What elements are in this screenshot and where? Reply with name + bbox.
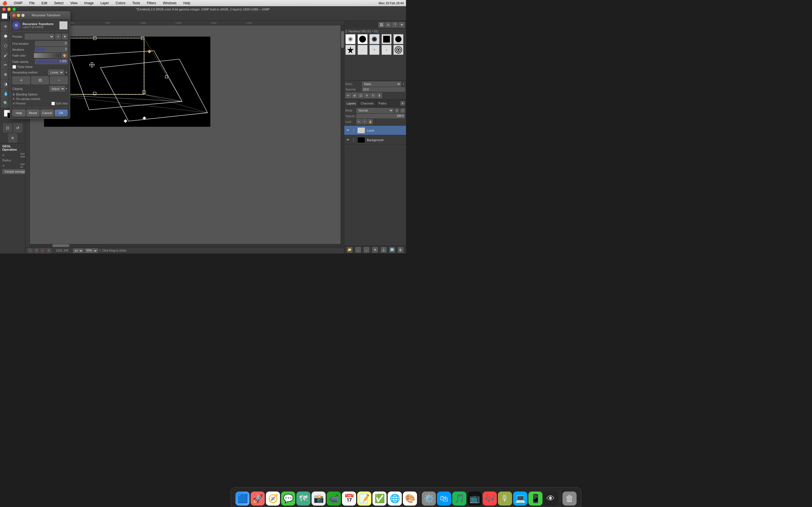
menu-edit[interactable]: Edit [40,1,49,5]
opacity-slider[interactable]: 100.0 [356,114,405,118]
mode-select[interactable]: Normal [356,108,394,113]
menu-select[interactable]: Select [53,1,64,5]
brush-scatter1[interactable]: ··· [357,45,368,55]
clipping-select[interactable]: Adjust [49,86,65,92]
brush-new-btn[interactable]: ⊡ [358,93,363,98]
color-picker-tool[interactable]: 💧 [1,89,10,98]
dialog-max-btn[interactable] [21,14,24,17]
fade-opacity-slider[interactable]: 1.000 [35,59,68,64]
layer-chain-background[interactable] [352,138,356,142]
transform-copy-btn[interactable]: ⧉ [31,76,49,84]
first-iteration-slider[interactable]: 0 [35,41,68,46]
menu-filters[interactable]: Filters [146,1,157,5]
menu-gimp[interactable]: GIMP [13,1,24,5]
vertical-scrollbar-thumb[interactable] [341,31,344,48]
dodge-burn-tool[interactable]: ◑ [1,79,10,89]
layer-visibility-background[interactable]: 👁 [346,138,350,142]
brush-refresh-btn[interactable]: ↻ [370,93,376,98]
menu-image[interactable]: Image [83,1,95,5]
fade-color-swatch[interactable] [34,53,60,58]
sample-select[interactable]: Sample average [2,169,26,174]
ok-btn[interactable]: OK [55,110,68,116]
lock-pixel-btn[interactable]: ✏ [356,119,361,124]
layers-menu-btn[interactable]: ▼ [400,101,405,106]
preset-menu-btn[interactable]: ▼ [62,34,68,40]
dialog-close-btn[interactable] [12,14,15,17]
move-tool[interactable]: ✛ [1,22,10,31]
new-layer-group-btn[interactable]: 📁 [347,247,352,252]
menu-tools[interactable]: Tools [131,1,141,5]
tab-layers[interactable]: Layers [344,100,358,107]
help-btn[interactable]: Help [12,110,26,116]
menu-view[interactable]: View [69,1,79,5]
paste-below-checkbox[interactable] [12,65,16,69]
lock-all-btn[interactable]: 🔒 [368,119,373,124]
mode-apply-btn[interactable]: ↻ [395,108,399,113]
resampling-select[interactable]: Linear [48,69,64,75]
layers-panel-menu[interactable]: ▼ [400,101,406,106]
status-icon4[interactable]: ↻ [46,248,51,253]
status-icon1[interactable]: ⬡ [28,248,33,253]
split-view-checkbox[interactable] [51,102,55,105]
layer-item-background[interactable]: 👁 Background [344,135,406,145]
mode-reset-btn[interactable]: ⬡ [400,108,405,113]
panel-menu-btn[interactable]: ▼ [399,22,405,27]
brush-edit-btn[interactable]: ✏ [345,93,351,98]
pattern-icon[interactable]: 🖼 [378,22,385,27]
cancel-btn[interactable]: Cancel [41,110,54,116]
iterations-slider[interactable]: 3 [35,47,68,52]
brush-duplicate-btn[interactable]: ⊕ [352,93,357,98]
canvas-viewport[interactable] [30,25,341,244]
zoom-select[interactable]: 50% [85,248,98,253]
toolbox-icon3[interactable]: ✕ [8,133,17,143]
dialog-min-btn[interactable] [17,14,20,17]
brush-round[interactable] [393,34,403,44]
brush-rings[interactable] [393,45,403,55]
tab-channels[interactable]: Channels [358,100,376,107]
delete-layer-btn[interactable]: 🗑 [398,247,403,252]
reset-btn[interactable]: Reset [27,110,40,116]
on-canvas-toggle[interactable]: ✕ On-canvas controls [12,97,68,101]
foreground-color[interactable] [2,13,7,19]
clone-tool[interactable]: ⊕ [1,70,10,79]
brush-delete-btn[interactable]: ✕ [364,93,370,98]
layer-visibility-layer[interactable]: 👁 [346,128,350,132]
apple-menu[interactable]: 🍎 [2,1,7,5]
brush-scatter3[interactable]: ⠶ [382,45,392,55]
brush-scatter2[interactable]: ⠿ [369,45,379,55]
layer-down-btn[interactable]: ↓ [364,247,369,252]
menu-help[interactable]: Help [182,1,192,5]
lock-position-btn[interactable]: + [362,119,367,124]
vertical-scrollbar[interactable] [341,25,344,247]
status-icon3[interactable]: ✕ [40,248,45,253]
maximize-button[interactable] [12,8,16,11]
minimize-button[interactable] [7,8,11,11]
transform-add-btn[interactable]: + [12,76,30,84]
anchor-layer-btn[interactable]: ⚓ [381,247,387,252]
horizontal-scrollbar[interactable] [30,244,337,247]
layer-up-btn[interactable]: ↑ [355,247,361,252]
close-button[interactable] [2,8,6,11]
layer-chain-layer[interactable] [352,128,356,132]
recursive-transform-dialog[interactable]: Recursive Transform G Recursive Transfor… [10,11,70,119]
preset-add-btn[interactable]: + [55,34,61,40]
tab-paths[interactable]: Paths [376,100,389,107]
paintbrush-tool[interactable]: 🖌 [1,51,10,60]
transform-tool[interactable]: ⬡ [1,41,10,50]
font-icon[interactable]: A [385,22,391,27]
menu-colors[interactable]: Colors [114,1,126,5]
transform-remove-btn[interactable]: − [50,76,68,84]
brush-hard-circle[interactable] [357,34,368,44]
toolbox-icon1[interactable]: ⊡ [3,123,12,132]
status-icon2[interactable]: ↺ [34,248,39,253]
brush-star[interactable] [345,45,356,55]
menu-windows[interactable]: Windows [162,1,178,5]
preset-select[interactable]: Basic, [362,82,401,87]
brush-square[interactable] [382,34,392,44]
menu-file[interactable]: File [28,1,36,5]
toolbox-icon2[interactable]: ↺ [13,123,22,132]
free-select-tool[interactable]: ⬟ [1,32,10,41]
unit-select[interactable]: px [73,248,84,253]
menu-layer[interactable]: Layer [99,1,110,5]
help-icon[interactable]: ? [392,22,398,27]
